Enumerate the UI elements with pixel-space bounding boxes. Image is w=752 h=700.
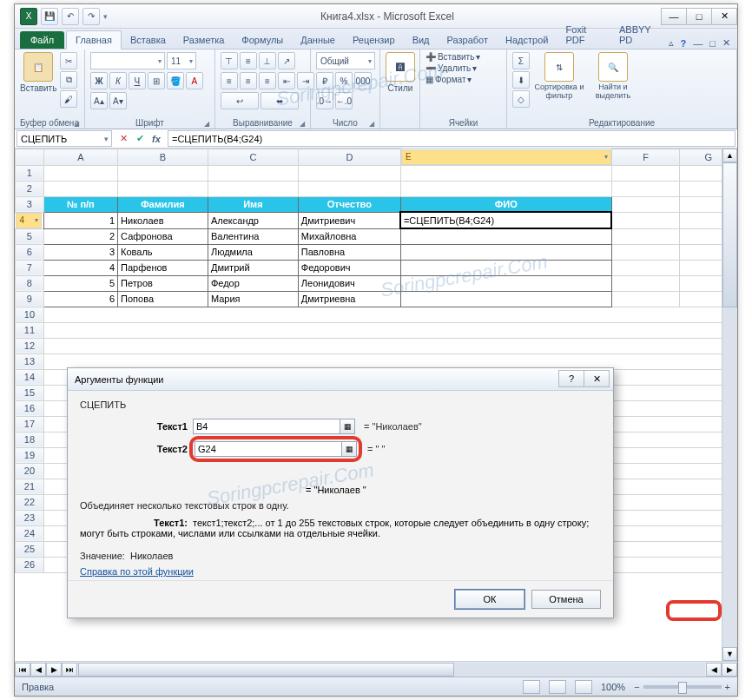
- table-cell[interactable]: Дмитрий: [208, 260, 298, 275]
- tab-addins[interactable]: Надстрой: [497, 31, 557, 49]
- row-header[interactable]: 14: [16, 369, 44, 385]
- cut-icon[interactable]: ✂: [60, 52, 77, 69]
- save-icon[interactable]: 💾: [41, 8, 58, 25]
- sheet-nav-next-icon[interactable]: ▶: [46, 663, 62, 677]
- dialog-ok-button[interactable]: ОК: [455, 590, 524, 609]
- horizontal-scrollbar[interactable]: ⏮ ◀ ▶ ⏭ ◀ ▶: [15, 661, 737, 677]
- table-cell[interactable]: Коваль: [118, 244, 208, 260]
- percent-icon[interactable]: %: [335, 72, 353, 89]
- row-header[interactable]: 7: [16, 260, 44, 275]
- vertical-scrollbar[interactable]: ▲ ▼: [722, 149, 737, 661]
- undo-icon[interactable]: ↶: [62, 8, 79, 25]
- tab-abbyy[interactable]: ABBYY PD: [610, 21, 669, 49]
- row-header[interactable]: 22: [16, 494, 44, 510]
- align-right-icon[interactable]: ≡: [259, 72, 276, 89]
- minimize-ribbon-icon[interactable]: ▵: [669, 37, 674, 49]
- active-cell[interactable]: =СЦЕПИТЬ(B4;G24): [400, 212, 611, 228]
- view-normal-icon[interactable]: [523, 680, 540, 694]
- table-cell[interactable]: 5: [43, 275, 117, 291]
- dec-decimal-icon[interactable]: ←.0: [335, 92, 353, 109]
- table-cell[interactable]: [400, 244, 611, 260]
- sheet-nav-first-icon[interactable]: ⏮: [15, 663, 30, 677]
- sort-filter-button[interactable]: ⇅ Сортировка и фильтр: [533, 52, 585, 101]
- align-left-icon[interactable]: ≡: [221, 72, 238, 89]
- col-header-f[interactable]: F: [611, 149, 680, 166]
- table-cell[interactable]: Попова: [118, 291, 208, 307]
- row-header[interactable]: 5: [16, 228, 44, 244]
- cancel-formula-icon[interactable]: ✕: [115, 131, 131, 147]
- vscroll-thumb[interactable]: [722, 162, 737, 307]
- row-header[interactable]: 17: [16, 416, 44, 432]
- row-header[interactable]: 15: [16, 385, 44, 400]
- orientation-icon[interactable]: ↗: [278, 52, 295, 69]
- row-header[interactable]: 1: [16, 165, 44, 181]
- table-cell[interactable]: Федор: [208, 275, 298, 291]
- col-header-c[interactable]: C: [208, 149, 298, 166]
- maximize-button[interactable]: □: [686, 8, 712, 25]
- tab-formulas[interactable]: Формулы: [233, 31, 292, 49]
- dialog-titlebar[interactable]: Аргументы функции ? ✕: [68, 368, 613, 391]
- dialog-help-button[interactable]: ?: [558, 370, 584, 387]
- table-header-last[interactable]: Фамилия: [118, 196, 208, 212]
- row-header[interactable]: 19: [16, 447, 44, 463]
- delete-cells-button[interactable]: ➖ Удалить ▾: [425, 63, 480, 73]
- underline-button[interactable]: Ч: [129, 72, 146, 89]
- select-all-corner[interactable]: [16, 149, 44, 166]
- formula-input[interactable]: =СЦЕПИТЬ(B4;G24): [168, 130, 736, 147]
- row-header[interactable]: 16: [16, 400, 44, 416]
- max-workbook-icon[interactable]: □: [709, 38, 716, 49]
- table-cell[interactable]: 6: [43, 291, 117, 307]
- row-header[interactable]: 20: [16, 463, 44, 479]
- row-header[interactable]: 25: [16, 541, 44, 557]
- tab-developer[interactable]: Разработ: [439, 31, 497, 49]
- tab-data[interactable]: Данные: [292, 31, 344, 49]
- table-cell[interactable]: Валентина: [208, 228, 298, 244]
- font-launcher-icon[interactable]: ◢: [204, 120, 209, 128]
- tab-file[interactable]: Файл: [20, 31, 64, 49]
- row-header[interactable]: 8: [16, 275, 44, 291]
- scroll-right-icon[interactable]: ▶: [722, 663, 737, 677]
- paste-button[interactable]: 📋 Вставить: [20, 52, 56, 93]
- row-header[interactable]: 6: [16, 244, 44, 260]
- table-cell[interactable]: [400, 228, 611, 244]
- alignment-launcher-icon[interactable]: ◢: [300, 120, 305, 128]
- excel-icon[interactable]: X: [20, 8, 37, 25]
- align-middle-icon[interactable]: ≡: [240, 52, 257, 69]
- row-header[interactable]: 10: [16, 307, 44, 322]
- indent-dec-icon[interactable]: ⇤: [278, 72, 295, 89]
- qat-dropdown-icon[interactable]: ▾: [103, 12, 108, 21]
- tab-insert[interactable]: Вставка: [122, 31, 175, 49]
- find-select-button[interactable]: 🔍 Найти и выделить: [589, 52, 637, 101]
- close-button[interactable]: ✕: [711, 8, 737, 25]
- fill-color-button[interactable]: 🪣: [167, 72, 184, 89]
- zoom-out-icon[interactable]: −: [634, 682, 639, 692]
- table-cell[interactable]: Мария: [208, 291, 298, 307]
- row-header[interactable]: 26: [16, 557, 44, 572]
- scroll-left-icon[interactable]: ◀: [706, 663, 722, 677]
- col-header-b[interactable]: B: [118, 149, 208, 166]
- arg2-range-picker-icon[interactable]: ▦: [341, 441, 357, 457]
- col-header-e[interactable]: E: [401, 149, 611, 165]
- scroll-down-icon[interactable]: ▼: [722, 647, 737, 661]
- table-header-first[interactable]: Имя: [208, 196, 298, 212]
- row-header[interactable]: 23: [16, 510, 44, 525]
- row-header[interactable]: 21: [16, 479, 44, 494]
- dialog-cancel-button[interactable]: Отмена: [531, 590, 601, 609]
- insert-function-icon[interactable]: fx: [148, 131, 164, 147]
- clipboard-launcher-icon[interactable]: ◢: [74, 120, 79, 128]
- dialog-help-link[interactable]: Справка по этой функции: [80, 566, 194, 577]
- bold-button[interactable]: Ж: [90, 72, 108, 89]
- tab-layout[interactable]: Разметка: [175, 31, 234, 49]
- table-header-patr[interactable]: Отчество: [298, 196, 400, 212]
- grow-font-icon[interactable]: A▴: [90, 92, 108, 109]
- row-header[interactable]: 12: [16, 338, 44, 353]
- insert-cells-button[interactable]: ➕ Вставить ▾: [425, 52, 480, 62]
- table-cell[interactable]: Дмитриевич: [298, 212, 400, 228]
- inc-decimal-icon[interactable]: .0→: [316, 92, 333, 109]
- currency-icon[interactable]: ₽: [316, 72, 333, 89]
- accept-formula-icon[interactable]: ✔: [132, 131, 148, 147]
- border-button[interactable]: ⊞: [148, 72, 165, 89]
- table-cell[interactable]: Федорович: [298, 260, 400, 275]
- arg2-input[interactable]: [195, 441, 342, 457]
- row-header[interactable]: 3: [16, 196, 44, 212]
